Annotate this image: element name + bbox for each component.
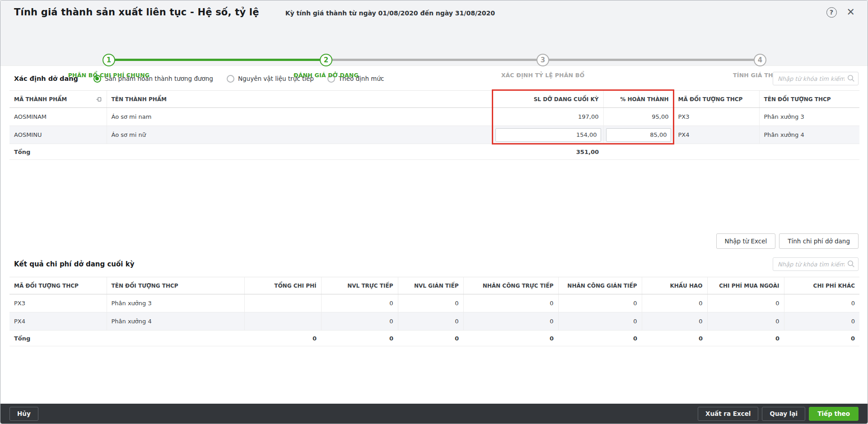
col-header-sl-do-dang[interactable]: SL DỞ DANG CUỐI KỲ <box>493 91 603 108</box>
wip-search-box <box>773 72 859 85</box>
cell-value: 0 <box>463 294 558 312</box>
result-table-header-row: MÃ ĐỐI TƯỢNG THCP TÊN ĐỐI TƯỢNG THCP TỔN… <box>9 277 859 294</box>
cell-name: Phân xưởng 3 <box>107 294 244 312</box>
col-header[interactable]: NHÂN CÔNG GIÁN TIẾP <box>558 277 642 294</box>
cell-ma-dt: PX4 <box>673 126 759 144</box>
cancel-button[interactable]: Hủy <box>9 407 38 421</box>
table-row[interactable]: AOSMINAM Áo sơ mi nam 197,00 95,00 PX3 P… <box>9 108 859 126</box>
cell-pct[interactable]: 95,00 <box>603 108 673 126</box>
col-header[interactable]: NVL TRỰC TIẾP <box>321 277 398 294</box>
step-3-label[interactable]: XÁC ĐỊNH TỶ LỆ PHÂN BỔ <box>501 72 585 79</box>
col-header-ten-doi-tuong[interactable]: TÊN ĐỐI TƯỢNG THCP <box>759 91 859 108</box>
step-1-label[interactable]: PHÂN BỔ CHI PHÍ CHUNG <box>68 72 150 79</box>
total-value: 0 <box>642 331 707 346</box>
import-excel-button[interactable]: Nhập từ Excel <box>716 233 776 249</box>
result-table-wrapper: MÃ ĐỐI TƯỢNG THCP TÊN ĐỐI TƯỢNG THCP TỔN… <box>9 277 859 346</box>
cell-ten-tp: Áo sơ mi nữ <box>107 126 493 144</box>
pin-icon[interactable] <box>96 96 102 103</box>
calc-wip-cost-button[interactable]: Tính chi phí dở dang <box>779 233 859 249</box>
cell-value: 0 <box>321 312 398 331</box>
result-table: MÃ ĐỐI TƯỢNG THCP TÊN ĐỐI TƯỢNG THCP TỔN… <box>9 277 859 346</box>
step-2-label[interactable]: ĐÁNH GIÁ DỞ DANG <box>294 72 359 79</box>
step-3-circle[interactable]: 3 <box>537 54 549 66</box>
wip-search-input[interactable] <box>773 72 859 85</box>
result-search-input[interactable] <box>773 257 859 271</box>
col-header-ma-thanh-pham[interactable]: MÃ THÀNH PHẨM <box>9 91 107 108</box>
col-header-ten-thanh-pham[interactable]: TÊN THÀNH PHẨM <box>107 91 493 108</box>
cost-calculation-dialog: Tính giá thành sản xuất liên tục - Hệ số… <box>0 0 868 424</box>
step-4-circle[interactable]: 4 <box>754 54 766 66</box>
pct-hoan-thanh-input[interactable] <box>606 128 671 142</box>
help-icon[interactable]: ? <box>826 7 837 18</box>
col-header-pct-hoan-thanh[interactable]: % HOÀN THÀNH <box>603 91 673 108</box>
total-sl-value: 351,00 <box>493 144 603 160</box>
cell-value: 0 <box>398 294 463 312</box>
export-excel-button[interactable]: Xuất ra Excel <box>698 407 758 421</box>
total-label: Tổng <box>9 331 107 346</box>
total-value: 0 <box>707 331 784 346</box>
col-header[interactable]: TÊN ĐỐI TƯỢNG THCP <box>107 277 244 294</box>
wip-table-wrapper: MÃ THÀNH PHẨM TÊN THÀNH PHẨM SL DỞ DANG … <box>9 90 859 160</box>
total-value: 0 <box>321 331 398 346</box>
cell-ma-tp: AOSMINAM <box>9 108 107 126</box>
cell-value: 0 <box>642 294 707 312</box>
total-value: 0 <box>558 331 642 346</box>
cell-value: 0 <box>558 312 642 331</box>
table-row[interactable]: PX4 Phân xưởng 4 0 0 0 0 0 0 0 <box>9 312 859 331</box>
total-value: 0 <box>463 331 558 346</box>
cell-sl[interactable]: 197,00 <box>493 108 603 126</box>
cell-ten-dt: Phân xưởng 4 <box>759 126 859 144</box>
cell-value: 0 <box>784 312 859 331</box>
total-value: 0 <box>244 331 321 346</box>
cell-ten-dt: Phân xưởng 3 <box>759 108 859 126</box>
col-header[interactable]: MÃ ĐỐI TƯỢNG THCP <box>9 277 107 294</box>
total-value: 0 <box>398 331 463 346</box>
col-header[interactable]: KHẤU HAO <box>642 277 707 294</box>
cell-pct-editing <box>603 126 673 144</box>
cell-value: 0 <box>558 294 642 312</box>
total-label: Tổng <box>9 144 107 160</box>
period-subtitle: Kỳ tính giá thành từ ngày 01/08/2020 đến… <box>285 8 495 17</box>
step-2-circle[interactable]: 2 <box>320 54 332 66</box>
cell-name: Phân xưởng 4 <box>107 312 244 331</box>
cell-ten-tp: Áo sơ mi nam <box>107 108 493 126</box>
dialog-footer: Hủy Xuất ra Excel Quay lại Tiếp theo <box>0 404 868 424</box>
cell-value: 0 <box>642 312 707 331</box>
dialog-header: Tính giá thành sản xuất liên tục - Hệ số… <box>0 0 868 66</box>
stepper-track-completed <box>109 59 326 61</box>
cell-value: 0 <box>463 312 558 331</box>
cell-sl-editing <box>493 126 603 144</box>
back-button[interactable]: Quay lại <box>762 407 805 421</box>
col-header[interactable]: NHÂN CÔNG TRỰC TIẾP <box>463 277 558 294</box>
col-header[interactable]: NVL GIÁN TIẾP <box>398 277 463 294</box>
radio-unselected-icon <box>227 75 234 83</box>
col-header-ma-doi-tuong[interactable]: MÃ ĐỐI TƯỢNG THCP <box>673 91 759 108</box>
cell-value: 0 <box>398 312 463 331</box>
cell-value <box>244 294 321 312</box>
cell-value: 0 <box>707 312 784 331</box>
wip-table-header-row: MÃ THÀNH PHẨM TÊN THÀNH PHẨM SL DỞ DANG … <box>9 91 859 108</box>
cell-value: 0 <box>707 294 784 312</box>
step-1-circle[interactable]: 1 <box>103 54 115 66</box>
sl-do-dang-input[interactable] <box>495 128 601 142</box>
dialog-body: Xác định dở dang Sản phẩm hoàn thành tươ… <box>0 71 868 346</box>
table-row[interactable]: AOSMINU Áo sơ mi nữ PX4 Phân xưởng 4 <box>9 126 859 144</box>
wip-total-row: Tổng 351,00 <box>9 144 859 160</box>
col-header[interactable]: CHI PHÍ KHÁC <box>784 277 859 294</box>
next-button[interactable]: Tiếp theo <box>809 407 859 421</box>
wizard-stepper: 1 2 3 4 PHÂN BỔ CHI PHÍ CHUNG ĐÁNH GIÁ D… <box>0 27 868 63</box>
table-row[interactable]: PX3 Phân xưởng 3 0 0 0 0 0 0 0 <box>9 294 859 312</box>
cell-value <box>244 312 321 331</box>
col-header[interactable]: TỔNG CHI PHÍ <box>244 277 321 294</box>
cell-ma-tp: AOSMINU <box>9 126 107 144</box>
page-title: Tính giá thành sản xuất liên tục - Hệ số… <box>14 7 259 18</box>
col-header[interactable]: CHI PHÍ MUA NGOÀI <box>707 277 784 294</box>
cell-value: 0 <box>784 294 859 312</box>
result-section-title: Kết quả chi phí dở dang cuối kỳ <box>14 260 134 268</box>
total-value: 0 <box>784 331 859 346</box>
cell-value: 0 <box>321 294 398 312</box>
result-total-row: Tổng 0 0 0 0 0 0 0 0 <box>9 331 859 346</box>
close-icon[interactable]: ✕ <box>847 7 855 17</box>
wip-table: MÃ THÀNH PHẨM TÊN THÀNH PHẨM SL DỞ DANG … <box>9 90 859 160</box>
cell-code: PX4 <box>9 312 107 331</box>
